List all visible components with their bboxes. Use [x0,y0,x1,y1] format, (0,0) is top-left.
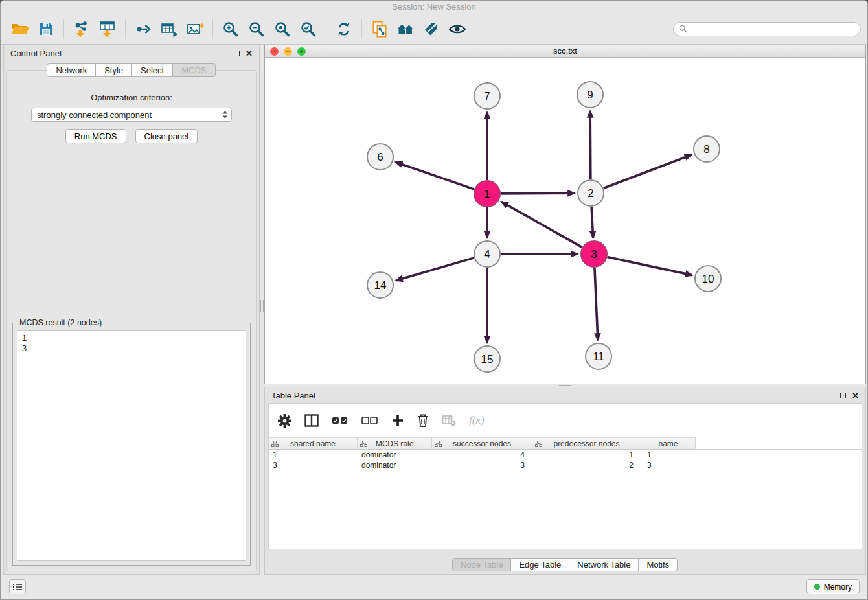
create-column-button[interactable] [391,414,404,427]
graph-edge-2-9[interactable] [590,111,591,179]
network-canvas[interactable]: 7968124314101511 [265,58,865,384]
tab-network[interactable]: Network [47,63,96,77]
export-network-icon [135,21,152,38]
table-panel-close-button[interactable]: ✕ [852,391,859,400]
cell-shared-name[interactable]: 3 [269,460,358,470]
export-table-button[interactable] [156,17,182,41]
graph-edge-3-11[interactable] [595,268,598,340]
cell-predecessor-nodes[interactable]: 1 [532,450,641,460]
show-column-button[interactable] [304,414,319,427]
hierarchy-icon [360,441,367,447]
graph-node-9[interactable]: 9 [577,82,603,108]
tab-select[interactable]: Select [131,63,173,77]
zoom-selected-button[interactable] [295,17,321,41]
export-network-button[interactable] [130,17,156,41]
zoom-out-button[interactable] [244,17,269,41]
cell-shared-name[interactable]: 1 [269,450,358,460]
cell-successor-nodes[interactable]: 4 [432,450,532,460]
table-settings-button[interactable] [278,414,291,428]
cell-mcds-role[interactable]: dominator [358,450,432,460]
zoom-fit-button[interactable] [269,17,295,41]
run-mcds-button[interactable]: Run MCDS [65,129,126,143]
table-row[interactable]: 1 dominator 4 1 1 [269,450,862,460]
refresh-layout-button[interactable] [331,17,357,41]
cell-name[interactable]: 1 [641,450,696,460]
graph-node-3[interactable]: 3 [581,241,607,267]
tab-style[interactable]: Style [95,63,132,77]
status-menu-button[interactable] [9,579,26,594]
mcds-result-list[interactable]: 1 3 [17,330,246,561]
clone-network-button[interactable] [367,17,393,41]
cell-successor-nodes[interactable]: 3 [432,460,532,470]
graph-node-14[interactable]: 14 [367,272,393,298]
eye-icon [448,23,466,36]
label-tag-button[interactable] [418,17,444,41]
dropdown-arrows-icon [222,110,228,119]
column-header-successor-nodes[interactable]: successor nodes [432,437,532,450]
vertical-splitter-handle[interactable] [260,300,264,312]
optimization-criterion-dropdown[interactable]: strongly connected component [31,108,232,122]
table-row[interactable]: 3 dominator 3 2 3 [269,460,862,470]
memory-button[interactable]: Memory [806,579,860,594]
control-panel: Control Panel ✕ Network Style Select MCD… [3,45,260,575]
network-graph[interactable]: 7968124314101511 [265,58,865,384]
import-table-button[interactable] [95,17,120,41]
table-header-row: shared name MCDS role successor nodes pr… [269,437,862,450]
home-button[interactable] [393,17,418,41]
graph-node-6[interactable]: 6 [367,144,393,170]
graph-node-4[interactable]: 4 [474,241,500,267]
graph-edge-3-1[interactable] [501,202,582,247]
graph-node-10[interactable]: 10 [695,266,721,292]
graph-edge-2-3[interactable] [591,207,593,238]
show-graphics-details-button[interactable] [444,17,470,41]
graph-node-15[interactable]: 15 [474,346,500,372]
table-panel-float-button[interactable] [840,393,846,398]
column-header-predecessor-nodes[interactable]: predecessor nodes [532,437,641,450]
graph-edge-3-10[interactable] [608,257,692,275]
graph-edge-1-6[interactable] [396,162,475,189]
toolbar-separator [361,19,362,39]
tab-motifs[interactable]: Motifs [638,558,678,571]
network-close-button[interactable]: × [270,47,279,56]
column-header-name[interactable]: name [641,437,696,450]
delete-column-button[interactable] [417,413,429,428]
network-minimize-button[interactable]: − [284,47,292,56]
cell-predecessor-nodes[interactable]: 2 [532,460,641,470]
cell-name[interactable]: 3 [641,460,696,470]
open-session-button[interactable] [7,17,33,41]
toolbar-separator [125,19,126,39]
search-input[interactable] [691,24,855,34]
zoom-in-icon [222,21,239,38]
import-network-button[interactable] [69,17,95,41]
control-panel-float-button[interactable] [234,51,240,56]
column-header-mcds-role[interactable]: MCDS role [358,437,432,450]
tab-mcds[interactable]: MCDS [172,63,215,77]
graph-node-1[interactable]: 1 [474,181,500,207]
graph-edge-2-8[interactable] [604,155,692,189]
save-session-button[interactable] [33,17,59,41]
graph-node-7[interactable]: 7 [474,83,500,109]
graph-node-8[interactable]: 8 [694,136,720,162]
graph-node-11[interactable]: 11 [586,343,611,369]
close-panel-button[interactable]: Close panel [135,129,198,143]
tab-node-table[interactable]: Node Table [452,558,512,571]
network-zoom-button[interactable]: + [297,47,306,56]
double-home-icon [396,21,415,37]
tab-network-table[interactable]: Network Table [569,558,639,571]
graph-edge-4-14[interactable] [396,258,474,281]
deselect-all-columns-button[interactable] [361,415,378,426]
zoom-out-icon [248,21,265,38]
function-builder-button: f(x) [469,414,485,427]
column-header-shared-name[interactable]: shared name [269,437,358,450]
select-all-columns-button[interactable] [332,415,348,426]
function-icon: f(x) [469,414,485,427]
search-box[interactable] [673,22,861,36]
graph-node-2[interactable]: 2 [578,180,604,206]
tab-edge-table[interactable]: Edge Table [510,558,569,571]
control-panel-close-button[interactable]: ✕ [246,49,253,58]
plus-icon [391,414,404,427]
export-image-button[interactable] [182,17,208,41]
graph-edge-1-2[interactable] [501,193,575,194]
zoom-in-button[interactable] [218,17,244,41]
cell-mcds-role[interactable]: dominator [358,460,432,470]
